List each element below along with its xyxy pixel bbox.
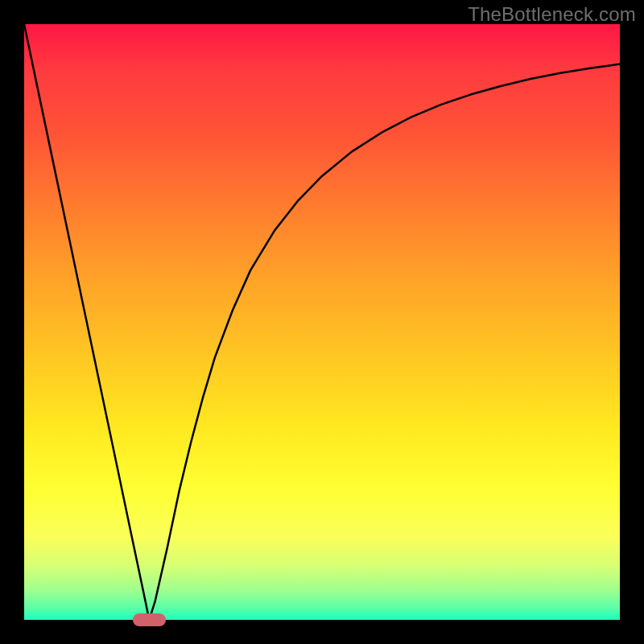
optimal-marker bbox=[133, 613, 166, 626]
chart-frame: TheBottleneck.com bbox=[0, 0, 644, 644]
plot-area bbox=[24, 24, 620, 620]
curve-layer bbox=[24, 24, 620, 620]
bottleneck-curve bbox=[24, 24, 620, 620]
watermark-text: TheBottleneck.com bbox=[468, 3, 636, 26]
